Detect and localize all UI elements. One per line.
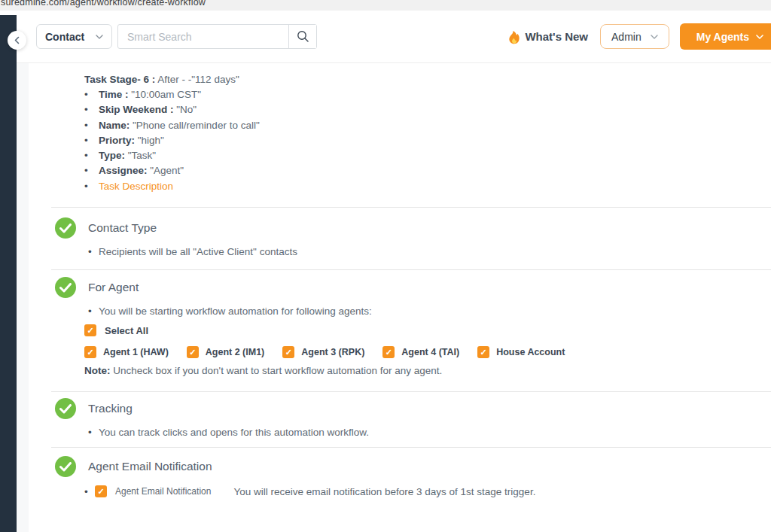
my-agents-label: My Agents <box>696 31 749 43</box>
list-item: Assignee: "Agent" <box>84 163 771 178</box>
success-check-icon <box>55 456 76 477</box>
sidebar-collapse-button[interactable] <box>8 31 26 50</box>
select-all-row: Select All <box>29 324 771 336</box>
topbar-right-group: What's New Admin My Agents <box>508 23 771 50</box>
section-contact-type: Contact Type Recipients will be all "Act… <box>29 208 771 269</box>
whats-new-link[interactable]: What's New <box>508 29 588 44</box>
browser-url: suredmine.com/agent/workflow/create-work… <box>1 0 771 10</box>
search-button[interactable] <box>288 25 316 48</box>
fire-icon <box>508 29 520 44</box>
list-item: Priorty: "high" <box>84 133 771 148</box>
section-for-agent: For Agent You will be starting workflow … <box>29 270 771 391</box>
item-label: Priorty: <box>99 135 135 146</box>
for-agent-note: Note: Uncheck box if you don't want to s… <box>29 363 771 378</box>
workflow-summary-panel: Task Stage- 6 : After - -"112 days" Time… <box>29 63 771 532</box>
agent-checkbox-item: Agent 3 (RPK) <box>282 346 364 358</box>
chevron-down-icon <box>756 35 763 39</box>
task-stage-block: Task Stage- 6 : After - -"112 days" Time… <box>29 63 771 194</box>
select-all-label: Select All <box>105 325 148 336</box>
agent-checkbox-item: Agent 1 (HAW) <box>84 346 169 358</box>
section-tracking: Tracking You can track clicks and opens … <box>29 392 771 447</box>
admin-label: Admin <box>611 31 641 43</box>
agent-1-checkbox[interactable] <box>84 346 96 358</box>
section-title: Tracking <box>88 402 133 415</box>
item-value: "No" <box>176 104 197 115</box>
search-input[interactable] <box>118 25 288 48</box>
search-icon <box>297 30 309 43</box>
section-title: Contact Type <box>88 221 157 235</box>
success-check-icon <box>55 398 76 419</box>
agent-label: Agent 1 (HAW) <box>103 347 169 357</box>
list-item: Name: "Phone call/reminder to call" <box>84 118 771 133</box>
task-description-link[interactable]: Task Description <box>99 181 173 192</box>
chevron-down-icon <box>651 35 658 39</box>
task-stage-label: Task Stage- 6 : <box>84 74 155 85</box>
section-title: For Agent <box>88 281 139 294</box>
tracking-bullet: You can track clicks and opens for this … <box>99 427 369 438</box>
item-value: "high" <box>138 135 164 146</box>
agent-label: Agent 4 (TAI) <box>401 347 459 357</box>
agent-label: Agent 3 (RPK) <box>301 347 364 357</box>
section-title: Agent Email Notification <box>88 460 212 473</box>
item-value: "Task" <box>128 150 156 161</box>
item-value: "Phone call/reminder to call" <box>133 120 260 131</box>
chevron-down-icon <box>96 35 103 39</box>
app-window: Contact What's New Admin <box>0 11 771 532</box>
main-area: Task Stage- 6 : After - -"112 days" Time… <box>17 63 771 532</box>
whats-new-label: What's New <box>525 30 588 43</box>
admin-dropdown-button[interactable]: Admin <box>600 24 669 49</box>
agents-checkbox-row: Agent 1 (HAW) Agent 2 (IM1) Agent 3 (RPK… <box>29 346 771 358</box>
agent-checkbox-item: Agent 2 (IM1) <box>187 346 264 358</box>
agent-label: Agent 2 (IM1) <box>206 347 264 357</box>
chevron-left-icon <box>14 36 20 44</box>
success-check-icon <box>55 277 76 298</box>
agent-4-checkbox[interactable] <box>382 346 395 358</box>
agent-checkbox-item: Agent 4 (TAI) <box>382 346 459 358</box>
success-check-icon <box>55 217 76 239</box>
item-label: Name: <box>99 120 130 131</box>
agent-email-notification-row: Agent Email Notification You will receiv… <box>29 485 771 497</box>
item-value: "10:00am CST" <box>131 89 201 100</box>
agent-label: House Account <box>496 347 565 357</box>
item-value: "Agent" <box>150 165 184 176</box>
agent-3-checkbox[interactable] <box>282 346 294 358</box>
top-navigation-bar: Contact What's New Admin <box>17 11 771 63</box>
task-stage-value: After - -"112 days" <box>157 74 239 85</box>
for-agent-bullet: You will be starting workflow automation… <box>99 306 372 317</box>
agent-2-checkbox[interactable] <box>187 346 199 358</box>
section-agent-email-notification: Agent Email Notification Agent Email Not… <box>29 448 771 497</box>
house-account-checkbox[interactable] <box>477 346 489 358</box>
search-category-dropdown[interactable]: Contact <box>36 24 112 49</box>
search-category-value: Contact <box>45 31 84 43</box>
item-label: Skip Weekend : <box>99 104 174 115</box>
list-item: Time : "10:00am CST" <box>84 87 771 102</box>
agent-email-notification-text: You will receive email notification befo… <box>233 486 535 497</box>
list-item: Type: "Task" <box>84 148 771 163</box>
item-label: Time : <box>99 89 129 100</box>
select-all-checkbox[interactable] <box>84 324 96 336</box>
agent-email-notification-checkbox[interactable] <box>95 485 107 497</box>
note-text: Uncheck box if you don't want to start w… <box>113 365 442 376</box>
agent-checkbox-item: House Account <box>477 346 565 358</box>
my-agents-dropdown-button[interactable]: My Agents <box>680 23 771 50</box>
task-stage-title: Task Stage- 6 : After - -"112 days" <box>84 72 771 87</box>
smart-search-box <box>117 24 317 49</box>
note-label: Note: <box>84 365 111 376</box>
item-label: Assignee: <box>99 165 148 176</box>
browser-address-bar[interactable]: suredmine.com/agent/workflow/create-work… <box>0 0 771 11</box>
agent-email-notification-checkbox-label: Agent Email Notification <box>115 486 211 497</box>
list-item: Task Description <box>84 179 771 194</box>
contact-type-bullet: Recipients will be all "Active Client" c… <box>99 246 297 257</box>
list-item: Skip Weekend : "No" <box>84 102 771 117</box>
task-stage-detail-list: Time : "10:00am CST" Skip Weekend : "No"… <box>84 87 771 194</box>
sidebar <box>0 15 17 532</box>
item-label: Type: <box>99 150 125 161</box>
